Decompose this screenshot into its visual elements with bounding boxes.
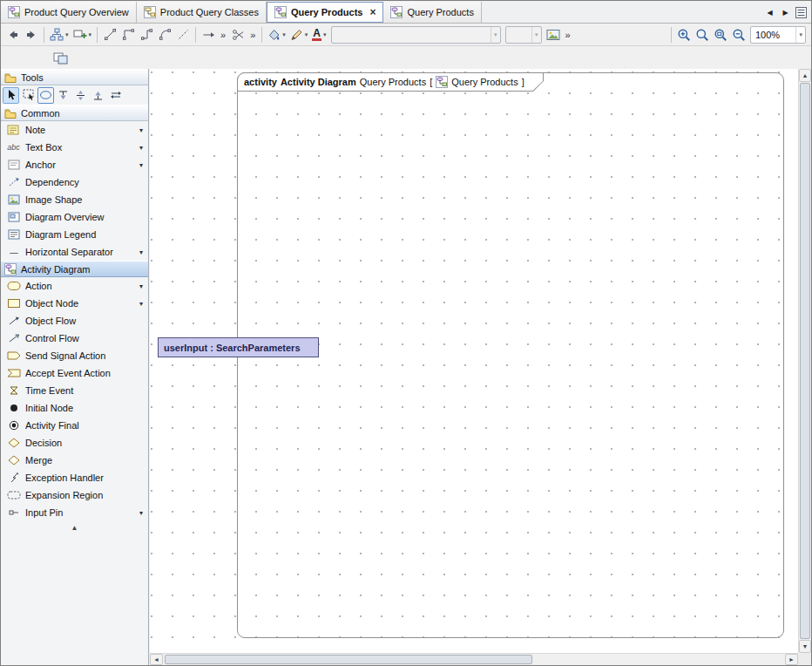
dashed-path-button[interactable] [174, 25, 192, 44]
palette-item-anchor[interactable]: Anchor ▾ [1, 156, 148, 173]
vertical-scrollbar[interactable]: ▲ ▼ [798, 69, 811, 653]
back-button[interactable] [4, 25, 22, 44]
send-signal-action-icon [6, 350, 21, 361]
palette-item-horizontal-separator[interactable]: ---- Horizontal Separator ▾ [1, 243, 148, 261]
palette-header-label: Common [21, 108, 60, 119]
scroll-right-icon[interactable]: ► [785, 654, 798, 665]
vertical-scroll-thumb[interactable] [800, 83, 810, 639]
select-tool-icon[interactable] [3, 87, 19, 104]
tab-product-query-overview[interactable]: Product Query Overview [1, 2, 137, 23]
frame-reference-name: Query Products [451, 77, 518, 87]
object-node-userinput[interactable]: userInput : SearchParameters [158, 337, 319, 357]
palette-item-action[interactable]: Action ▾ [1, 277, 148, 295]
chevron-down-icon[interactable]: ▾ [139, 144, 145, 152]
palette-item-initial-node[interactable]: Initial Node [1, 399, 148, 417]
font-size-combo[interactable]: ▾ [505, 26, 542, 44]
oblique-path-button[interactable] [101, 25, 118, 44]
palette-header-common[interactable]: Common [1, 105, 148, 121]
swap-direction-icon[interactable] [107, 87, 124, 104]
palette-header-tools[interactable]: Tools [1, 69, 148, 85]
insert-image-button[interactable] [545, 25, 562, 44]
tab-list-icon[interactable] [795, 5, 808, 19]
tab-query-products-active[interactable]: Query Products × [267, 2, 384, 23]
scroll-up-icon: ▲ [71, 524, 78, 532]
text-box-icon: abc [6, 143, 21, 152]
folder-icon [4, 72, 17, 83]
palette-item-text-box[interactable]: abc Text Box ▾ [1, 139, 148, 156]
tab-product-query-classes[interactable]: Product Query Classes [137, 2, 267, 23]
chevron-down-icon[interactable]: ▾ [795, 27, 805, 43]
zoom-level-combo[interactable]: 100% ▾ [750, 26, 806, 44]
chevron-down-icon[interactable]: ▾ [139, 126, 145, 134]
bent-path-button[interactable] [138, 25, 155, 44]
palette-item-control-flow[interactable]: Control Flow [1, 330, 148, 347]
shape-creation-tool-icon[interactable] [37, 87, 54, 104]
diagram-canvas[interactable]: activity Activity Diagram Query Products… [150, 69, 798, 653]
palette-item-activity-final[interactable]: Activity Final [1, 417, 148, 434]
fill-color-button[interactable]: ▾ [266, 25, 288, 44]
palette-item-object-flow[interactable]: Object Flow [1, 312, 148, 330]
palette-item-object-node[interactable]: Object Node ▾ [1, 295, 148, 312]
overflow-chevron-icon[interactable]: » [218, 30, 228, 40]
activity-final-icon [6, 420, 21, 431]
palette-item-dependency[interactable]: Dependency [1, 173, 148, 191]
palette-item-expansion-region[interactable]: Expansion Region [1, 486, 148, 504]
activity-diagram-frame[interactable]: activity Activity Diagram Query Products… [237, 72, 784, 638]
zoom-original-button[interactable] [694, 25, 711, 44]
line-color-button[interactable]: ▾ [288, 25, 310, 44]
palette-item-image-shape[interactable]: Image Shape [1, 191, 148, 208]
font-family-combo[interactable]: ▾ [331, 26, 501, 44]
overflow-chevron-icon[interactable]: » [563, 30, 573, 40]
curved-path-button[interactable] [156, 25, 173, 44]
palette-item-merge[interactable]: Merge [1, 452, 148, 469]
palette-item-label: Dependency [25, 177, 145, 187]
chevron-down-icon[interactable]: ▾ [139, 509, 145, 517]
diagram-overview-toolbar-button[interactable] [51, 48, 71, 67]
marquee-select-tool-icon[interactable] [20, 87, 37, 104]
scroll-down-icon[interactable]: ▼ [799, 640, 811, 653]
frame-header[interactable]: activity Activity Diagram Query Products… [237, 72, 544, 92]
palette-item-send-signal-action[interactable]: Send Signal Action [1, 347, 148, 364]
add-element-button[interactable]: ▾ [71, 25, 94, 44]
horizontal-scrollbar[interactable]: ◄ ► [150, 653, 798, 665]
palette-item-label: Action [25, 281, 135, 291]
chevron-down-icon[interactable]: ▾ [491, 27, 500, 43]
align-bottom-icon[interactable] [90, 87, 106, 104]
palette-item-diagram-overview[interactable]: Diagram Overview [1, 208, 148, 226]
palette-item-time-event[interactable]: Time Event [1, 382, 148, 399]
scroll-up-icon[interactable]: ▲ [799, 69, 811, 82]
chevron-down-icon[interactable]: ▾ [139, 248, 145, 256]
horizontal-scroll-track[interactable] [163, 654, 785, 665]
palette-scroll-up[interactable]: ▲ [1, 521, 148, 533]
palette-item-exception-handler[interactable]: Exception Handler [1, 469, 148, 486]
next-tab-icon[interactable]: ▶ [779, 5, 792, 19]
palette-item-accept-event-action[interactable]: Accept Event Action [1, 364, 148, 382]
overflow-chevron-icon[interactable]: » [247, 30, 258, 40]
font-color-button[interactable]: A ▾ [310, 25, 328, 44]
connector-end-button[interactable] [200, 25, 217, 44]
chevron-down-icon[interactable]: ▾ [139, 300, 145, 308]
tab-query-products[interactable]: Query Products [383, 2, 481, 23]
chevron-down-icon[interactable]: ▾ [139, 282, 145, 290]
close-icon[interactable]: × [369, 7, 376, 17]
split-connector-button[interactable] [229, 25, 247, 44]
chevron-down-icon[interactable]: ▾ [139, 161, 145, 169]
horizontal-scroll-thumb[interactable] [165, 655, 532, 664]
previous-tab-icon[interactable]: ◀ [763, 5, 776, 19]
rectilinear-path-button[interactable] [119, 25, 137, 44]
forward-button[interactable] [23, 25, 40, 44]
align-top-icon[interactable] [55, 87, 71, 104]
palette-item-input-pin[interactable]: Input Pin ▾ [1, 504, 148, 521]
palette-header-activity-diagram[interactable]: Activity Diagram [1, 261, 148, 277]
zoom-out-button[interactable] [730, 25, 748, 44]
palette-item-diagram-legend[interactable]: Diagram Legend [1, 226, 148, 243]
align-middle-icon[interactable] [72, 87, 89, 104]
zoom-in-button[interactable] [675, 25, 693, 44]
zoom-fit-button[interactable] [712, 25, 729, 44]
scroll-left-icon[interactable]: ◄ [150, 654, 163, 665]
palette-item-note[interactable]: Note ▾ [1, 121, 148, 139]
tab-label: Query Products [291, 7, 363, 17]
palette-item-decision[interactable]: Decision [1, 434, 148, 452]
layout-hierarchy-button[interactable]: ▾ [48, 25, 71, 44]
chevron-down-icon[interactable]: ▾ [531, 27, 541, 43]
